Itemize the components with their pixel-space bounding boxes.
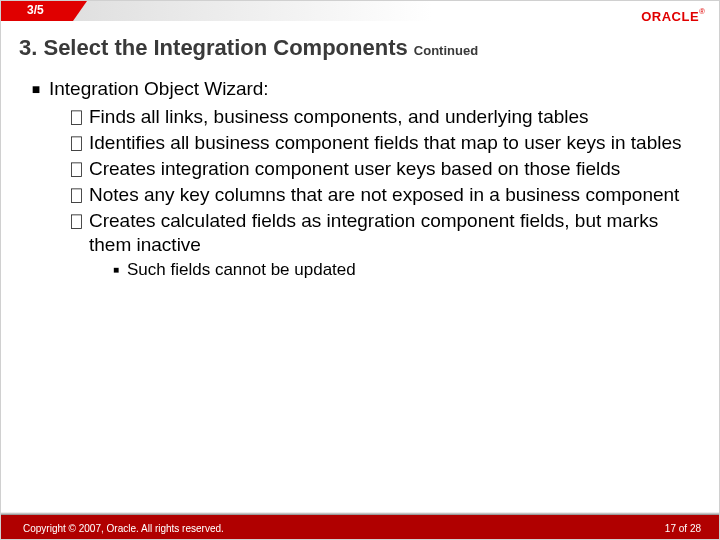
hollow-bullet-icon: ⎕ bbox=[63, 131, 89, 155]
list-item: ⎕ Creates integration component user key… bbox=[63, 157, 689, 181]
list-item-text: Such fields cannot be updated bbox=[127, 259, 689, 281]
hollow-bullet-icon: ⎕ bbox=[63, 183, 89, 207]
list-item: ⎕ Notes any key columns that are not exp… bbox=[63, 183, 689, 207]
list-item-text: Identifies all business component fields… bbox=[89, 131, 689, 155]
hollow-bullet-icon: ⎕ bbox=[63, 209, 89, 257]
list-item: ■ Integration Object Wizard: bbox=[23, 77, 689, 101]
slide-title: 3. Select the Integration Components Con… bbox=[19, 35, 478, 61]
page-sep: of bbox=[676, 523, 690, 534]
page-total: 28 bbox=[690, 523, 701, 534]
list-item-text: Creates calculated fields as integration… bbox=[89, 209, 689, 257]
square-bullet-icon: ■ bbox=[23, 77, 49, 101]
hollow-bullet-icon: ⎕ bbox=[63, 157, 89, 181]
page-current: 17 bbox=[665, 523, 676, 534]
list-item: ⎕ Creates calculated fields as integrati… bbox=[63, 209, 689, 257]
list-item-text: Integration Object Wizard: bbox=[49, 77, 689, 101]
copyright-text: Copyright © 2007, Oracle. All rights res… bbox=[23, 523, 224, 534]
page-indicator: 17 of 28 bbox=[665, 523, 701, 534]
list-item: ⎕ Finds all links, business components, … bbox=[63, 105, 689, 129]
list-item: ⎕ Identifies all business component fiel… bbox=[63, 131, 689, 155]
square-bullet-icon: ■ bbox=[105, 259, 127, 281]
list-item-text: Finds all links, business components, an… bbox=[89, 105, 689, 129]
slide-content: ■ Integration Object Wizard: ⎕ Finds all… bbox=[23, 77, 689, 281]
section-counter: 3/5 bbox=[27, 3, 44, 17]
hollow-bullet-icon: ⎕ bbox=[63, 105, 89, 129]
registered-icon: ® bbox=[699, 7, 705, 16]
slide-title-continued: Continued bbox=[414, 43, 478, 58]
oracle-logo: ORACLE® bbox=[641, 7, 705, 22]
oracle-logo-text: ORACLE bbox=[641, 9, 699, 24]
list-item-text: Notes any key columns that are not expos… bbox=[89, 183, 689, 207]
top-bar: 3/5 ORACLE® bbox=[1, 1, 719, 21]
slide-title-main: 3. Select the Integration Components bbox=[19, 35, 408, 60]
list-item-text: Creates integration component user keys … bbox=[89, 157, 689, 181]
list-item: ■ Such fields cannot be updated bbox=[105, 259, 689, 281]
